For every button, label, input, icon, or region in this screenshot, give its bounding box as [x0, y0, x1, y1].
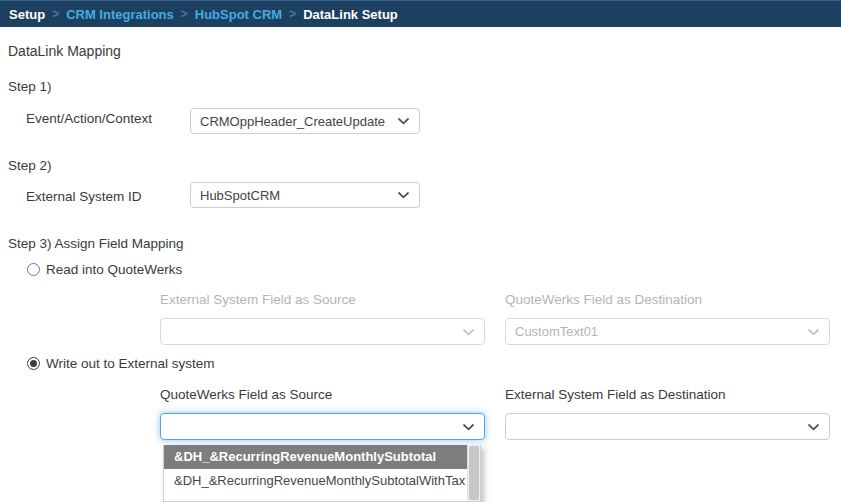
write-out-external-radio[interactable]: Write out to External system — [27, 356, 215, 371]
radio-circle-icon[interactable] — [27, 357, 40, 370]
dropdown-scrollbar[interactable] — [467, 445, 480, 501]
chevron-down-icon — [398, 118, 409, 125]
chevron-down-icon — [808, 329, 819, 336]
radio-circle-icon[interactable] — [27, 263, 40, 276]
datalink-setup-page: { "breadcrumb": { "separator": ">", "ite… — [0, 0, 841, 502]
scrollbar-thumb[interactable] — [469, 446, 479, 500]
step3-label: Step 3) Assign Field Mapping — [8, 236, 184, 251]
event-action-context-value: CRMOppHeader_CreateUpdate — [200, 114, 385, 129]
page-title: DataLink Mapping — [8, 43, 121, 59]
step2-label: Step 2) — [8, 158, 52, 173]
read-into-quotewerks-label: Read into QuoteWerks — [46, 262, 182, 277]
breadcrumb-separator-icon: > — [181, 7, 188, 21]
external-system-id-value: HubSpotCRM — [200, 188, 280, 203]
breadcrumb-separator-icon: > — [289, 7, 296, 21]
breadcrumb-item-crm-integrations[interactable]: CRM Integrations — [66, 7, 174, 22]
breadcrumb-separator-icon: > — [52, 7, 59, 21]
external-field-destination-select[interactable] — [505, 413, 830, 440]
external-field-destination-label: External System Field as Destination — [505, 387, 726, 402]
step1-label: Step 1) — [8, 79, 52, 94]
external-system-id-select[interactable]: HubSpotCRM — [190, 182, 420, 208]
quotewerks-field-source-label: QuoteWerks Field as Source — [160, 387, 332, 402]
external-field-source-select — [160, 318, 485, 345]
breadcrumb: Setup > CRM Integrations > HubSpot CRM >… — [0, 0, 841, 27]
breadcrumb-item-setup[interactable]: Setup — [9, 7, 45, 22]
read-into-quotewerks-radio[interactable]: Read into QuoteWerks — [27, 262, 182, 277]
event-action-context-select[interactable]: CRMOppHeader_CreateUpdate — [190, 108, 420, 134]
dropdown-option[interactable]: &DH_&RecurringRevenueMonthlySubtotalWith… — [164, 469, 480, 493]
external-system-id-label: External System ID — [26, 189, 142, 204]
quotewerks-field-destination-label: QuoteWerks Field as Destination — [505, 292, 702, 307]
chevron-down-icon — [808, 424, 819, 431]
external-field-source-label: External System Field as Source — [160, 292, 356, 307]
chevron-down-icon — [398, 192, 409, 199]
write-out-external-label: Write out to External system — [46, 356, 215, 371]
chevron-down-icon — [463, 424, 474, 431]
breadcrumb-item-hubspot-crm[interactable]: HubSpot CRM — [195, 7, 282, 22]
quotewerks-field-destination-select: CustomText01 — [505, 318, 830, 345]
event-action-context-label: Event/Action/Context — [26, 111, 152, 126]
chevron-down-icon — [463, 329, 474, 336]
breadcrumb-item-datalink-setup: DataLink Setup — [303, 7, 398, 22]
dropdown-option[interactable]: &DH_&RecurringRevenueMonthlySubtotal — [164, 445, 480, 469]
quotewerks-field-destination-value: CustomText01 — [515, 324, 598, 339]
quotewerks-field-source-select[interactable] — [160, 413, 485, 440]
source-field-dropdown-list: &DH_&RecurringRevenueMonthlySubtotal &DH… — [163, 445, 481, 502]
